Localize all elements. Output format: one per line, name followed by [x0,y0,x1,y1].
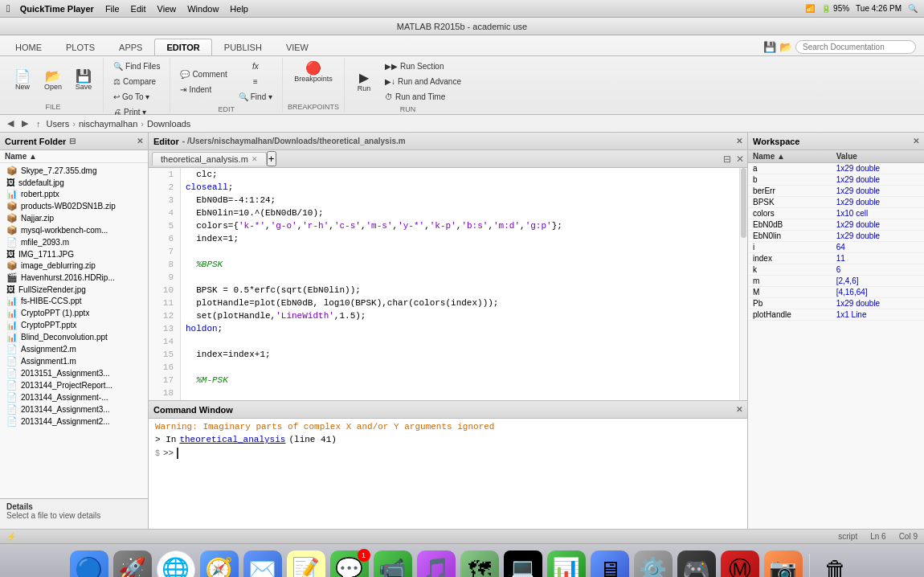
editor-scrollbar[interactable] [739,168,747,400]
workspace-variable-row[interactable]: index11 [748,253,924,264]
code-line[interactable] [186,335,734,348]
dock-icon-notes[interactable]: 📝 [287,550,325,578]
code-line[interactable]: EbN0dB=-4:1:24; [186,194,734,207]
cmd-prompt-line[interactable]: $ >> [155,448,741,459]
workspace-variable-row[interactable]: colors1x10 cell [748,208,924,219]
code-line[interactable]: clc; [186,168,734,181]
command-content[interactable]: Warning: Imaginary parts of complex X an… [149,419,747,529]
sidebar-collapse[interactable]: ⊟ [69,137,76,145]
tab-editor[interactable]: EDITOR [154,39,211,55]
path-nischaymalhan[interactable]: nischaymalhan [79,119,137,129]
editor-action-2[interactable]: ✕ [736,153,744,165]
code-line[interactable]: BPSK = 0.5*erfc(sqrt(EbN0lin)); [186,284,734,297]
col-value-header[interactable]: Value [832,150,924,163]
btn-find-files[interactable]: 🔍 Find Files [108,59,165,73]
workspace-variable-row[interactable]: berErr1x29 double [748,186,924,197]
btn-comment[interactable]: 💬 Comment [175,68,231,81]
code-line[interactable] [186,271,734,284]
dock-icon-steam[interactable]: 🎮 [677,550,716,578]
toolbar-icon-save[interactable]: 💾 [763,41,776,53]
workspace-variable-row[interactable]: M[4,16,64] [748,287,924,298]
path-downloads[interactable]: Downloads [147,119,190,129]
dock-icon-chrome[interactable]: 🌐 [157,550,195,578]
code-line[interactable] [186,361,734,374]
file-item[interactable]: 📊Blind_Deconvolution.ppt [0,331,148,343]
workspace-variable-row[interactable]: m[2,4,6] [748,276,924,287]
file-list[interactable]: 📦Skype_7.27.355.dmg🖼sddefault.jpg📊robert… [0,163,148,498]
file-item[interactable]: 📄Assignment1.m [0,355,148,367]
workspace-variable-row[interactable]: a1x29 double [748,163,924,174]
tab-close-btn[interactable]: ✕ [251,155,258,163]
tab-new-btn[interactable]: + [267,151,276,166]
search-icon[interactable]: 🔍 [908,4,918,13]
workspace-variable-row[interactable]: EbN0dB1x29 double [748,219,924,231]
dock-icon-itunes[interactable]: 🎵 [417,550,456,578]
editor-tab-main[interactable]: theoretical_analysis.m ✕ [152,152,267,166]
file-item[interactable]: 📊CryptoPPT (1).pptx [0,307,148,319]
file-item[interactable]: 📦image_deblurring.zip [0,260,148,272]
btn-format[interactable]: ≡ [248,75,263,88]
search-input[interactable] [795,40,916,54]
menu-quicktime[interactable]: QuickTime Player [20,4,94,14]
workspace-close[interactable]: ✕ [913,137,919,145]
editor-content[interactable]: 123456789101112131415161718192021 clc; c… [149,168,747,400]
apple-menu[interactable]:  [6,2,10,14]
btn-run-section[interactable]: ▶▶ Run Section [380,59,466,73]
workspace-variable-row[interactable]: i64 [748,242,924,253]
dock-icon-terminal[interactable]: 💻 [504,550,542,578]
file-item[interactable]: 📄2013144_Assignment-... [0,391,148,403]
tab-view[interactable]: VIEW [274,39,321,55]
menu-view[interactable]: View [157,4,177,14]
btn-find[interactable]: 🔍 Find ▾ [234,90,277,104]
file-item[interactable]: 📄Assignment2.m [0,343,148,355]
dock-icon-facetime[interactable]: 📹 [374,550,412,578]
code-line[interactable]: close all; [186,181,734,194]
menu-edit[interactable]: Edit [131,4,146,14]
dock-icon-keynote[interactable]: 🖥 [591,550,629,578]
workspace-variable-row[interactable]: k6 [748,264,924,276]
path-users[interactable]: Users [47,119,70,129]
dock-icon-safari[interactable]: 🧭 [200,550,239,578]
toolbar-icon-open[interactable]: 📂 [779,41,792,53]
file-item[interactable]: 🖼IMG_1711.JPG [0,248,148,260]
file-item[interactable]: 📦Skype_7.27.355.dmg [0,165,148,177]
file-item[interactable]: 📄2013144_Assignment2... [0,415,148,428]
file-item[interactable]: 🖼sddefault.jpg [0,177,148,188]
nav-up[interactable]: ↑ [34,119,43,129]
workspace-variable-row[interactable]: plotHandle1x1 Line [748,309,924,321]
dock-icon-matlab[interactable]: Ⓜ [721,550,759,578]
btn-breakpoints[interactable]: 🔴 Breakpoints [288,59,338,85]
code-line[interactable] [186,245,734,258]
tab-publish[interactable]: PUBLISH [212,39,274,55]
col-name-header[interactable]: Name ▲ [748,150,832,163]
file-item[interactable]: 📄mfile_2093.m [0,236,148,248]
btn-save[interactable]: 💾 Save [69,68,98,93]
code-line[interactable]: %M-PSK [186,374,734,387]
file-item[interactable]: 📦Najjar.zip [0,212,148,224]
dock-icon-launchpad[interactable]: 🚀 [113,550,152,578]
workspace-variable-row[interactable]: Pb1x29 double [748,298,924,309]
code-line[interactable]: EbN0lin=10.^(EbN0dB/10); [186,207,734,219]
menu-window[interactable]: Window [187,4,219,14]
file-item[interactable]: 📊robert.pptx [0,188,148,200]
dock-icon-messages[interactable]: 💬1 [330,550,369,578]
file-item[interactable]: 📄2013151_Assignment3... [0,367,148,379]
file-item[interactable]: 📊fs-HIBE-CCS.ppt [0,295,148,307]
code-line[interactable]: plotHandle=plot(EbN0dB, log10(BPSK),char… [186,297,734,309]
workspace-variable-row[interactable]: EbN0lin1x29 double [748,231,924,242]
workspace-variable-row[interactable]: b1x29 double [748,174,924,186]
dock-icon-finder[interactable]: 🔵 [70,550,108,578]
code-line[interactable]: hold on; [186,322,734,335]
btn-compare[interactable]: ⚖ Compare [108,75,165,88]
btn-fx[interactable]: fx [247,59,264,73]
workspace-variable-row[interactable]: BPSK1x29 double [748,197,924,208]
dock-icon-syspref[interactable]: ⚙️ [634,550,673,578]
command-window-close[interactable]: ✕ [736,405,742,414]
dock-icon-iphoto[interactable]: 📷 [764,550,803,578]
sidebar-close[interactable]: ✕ [137,137,143,145]
btn-run-advance[interactable]: ▶↓ Run and Advance [380,75,466,88]
dock-icon-maps[interactable]: 🗺 [460,550,499,578]
dock-icon-numbers[interactable]: 📊 [547,550,586,578]
cmd-link-theoretical[interactable]: theoretical_analysis [179,435,285,444]
file-item[interactable]: 📊CryptoPPT.pptx [0,319,148,331]
